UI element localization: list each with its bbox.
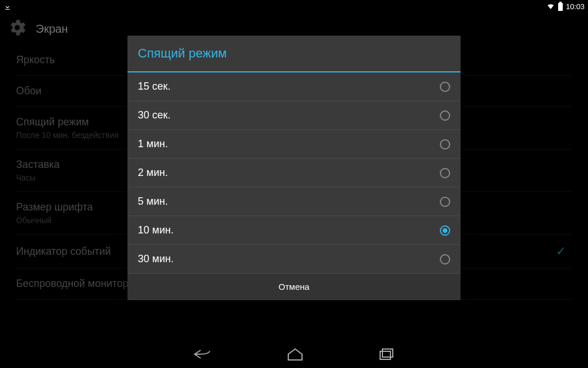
svg-rect-3 <box>382 349 393 357</box>
home-button[interactable] <box>287 347 304 362</box>
radio-icon <box>440 110 450 121</box>
sleep-option[interactable]: 5 мин. <box>127 187 461 216</box>
option-label: 5 мин. <box>138 195 168 208</box>
status-bar: 10:03 <box>0 0 588 13</box>
navigation-bar <box>0 340 588 368</box>
svg-rect-0 <box>558 3 563 11</box>
option-label: 30 мин. <box>138 253 173 265</box>
back-button[interactable] <box>194 347 212 362</box>
radio-icon <box>440 139 450 150</box>
dialog-title: Спящий режим <box>127 36 461 72</box>
svg-rect-1 <box>559 2 562 3</box>
sleep-option[interactable]: 15 сек. <box>127 72 461 101</box>
wifi-icon <box>546 2 555 10</box>
option-label: 2 мин. <box>138 167 168 179</box>
cancel-label: Отмена <box>278 282 310 292</box>
radio-icon <box>440 168 450 178</box>
svg-rect-2 <box>380 351 390 359</box>
download-icon <box>3 2 11 10</box>
radio-icon <box>440 225 450 236</box>
radio-icon <box>440 254 450 264</box>
option-label: 1 мин. <box>138 138 168 150</box>
radio-icon <box>440 197 450 207</box>
radio-icon <box>440 82 450 92</box>
option-label: 10 мин. <box>138 224 173 236</box>
cancel-button[interactable]: Отмена <box>127 273 461 300</box>
sleep-option[interactable]: 30 сек. <box>127 101 461 130</box>
sleep-option[interactable]: 10 мин. <box>127 216 461 245</box>
recent-apps-button[interactable] <box>378 347 394 362</box>
sleep-dialog: Спящий режим 15 сек.30 сек.1 мин.2 мин.5… <box>127 36 461 300</box>
sleep-option[interactable]: 30 мин. <box>127 245 461 273</box>
option-label: 30 сек. <box>138 109 171 121</box>
option-label: 15 сек. <box>138 80 171 93</box>
status-time: 10:03 <box>566 2 585 11</box>
sleep-option[interactable]: 1 мин. <box>127 130 461 159</box>
sleep-option[interactable]: 2 мин. <box>127 159 461 187</box>
battery-icon <box>558 2 563 11</box>
